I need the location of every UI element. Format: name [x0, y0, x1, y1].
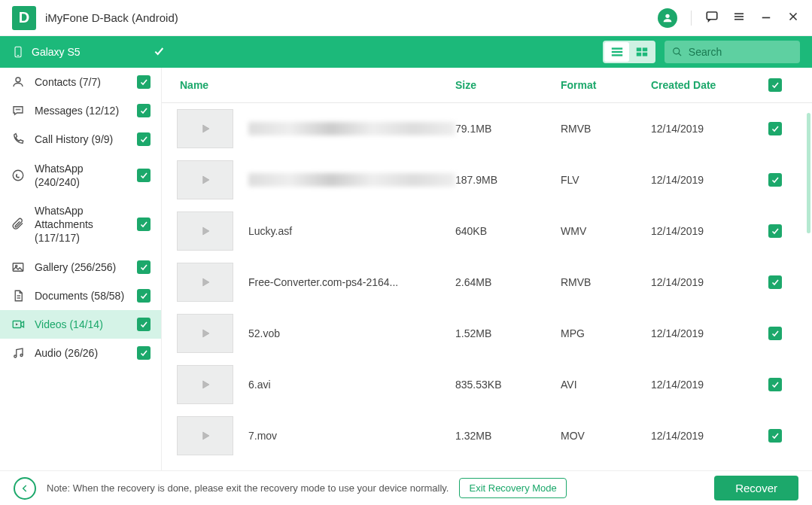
col-name[interactable]: Name — [177, 79, 455, 91]
sidebar-item-message[interactable]: Messages (12/12) — [0, 96, 161, 125]
svg-marker-30 — [16, 323, 18, 325]
file-format: WMV — [561, 225, 651, 237]
file-date: 12/14/2019 — [651, 276, 764, 288]
user-icon[interactable] — [658, 8, 677, 28]
checkbox[interactable] — [137, 218, 151, 231]
phone-icon — [12, 44, 24, 60]
row-checkbox[interactable] — [764, 275, 786, 289]
svg-point-22 — [20, 109, 20, 110]
checkbox[interactable] — [137, 75, 151, 89]
file-size: 1.52MB — [455, 327, 561, 339]
device-name: Galaxy S5 — [12, 44, 81, 60]
file-date: 12/14/2019 — [651, 174, 764, 186]
svg-marker-35 — [202, 227, 208, 235]
exit-recovery-button[interactable]: Exit Recovery Mode — [459, 478, 566, 498]
checkbox[interactable] — [137, 318, 151, 331]
svg-rect-12 — [611, 54, 622, 56]
table-row[interactable]: Lucky.asf 640KB WMV 12/14/2019 — [162, 205, 810, 257]
close-icon[interactable] — [786, 10, 800, 26]
gallery-icon — [11, 260, 26, 274]
video-thumbnail — [177, 416, 233, 455]
file-size: 835.53KB — [455, 379, 561, 391]
checkbox[interactable] — [137, 289, 151, 303]
message-icon — [11, 104, 26, 117]
checkbox[interactable] — [137, 346, 151, 360]
file-size: 1.32MB — [455, 430, 561, 442]
sidebar-item-label: Documents (58/58) — [35, 289, 128, 303]
scrollbar[interactable] — [807, 113, 810, 233]
checkbox[interactable] — [137, 132, 151, 146]
row-checkbox[interactable] — [764, 173, 786, 187]
file-name: 52.vob — [248, 327, 455, 339]
file-format: RMVB — [561, 276, 651, 288]
file-date: 12/14/2019 — [651, 123, 764, 135]
table-row[interactable]: ███████ 187.9MB FLV 12/14/2019 — [162, 154, 810, 205]
menu-icon[interactable] — [732, 10, 746, 26]
file-date: 12/14/2019 — [651, 225, 764, 237]
sidebar-item-whatsapp[interactable]: WhatsApp (240/240) — [0, 154, 161, 196]
svg-rect-14 — [642, 47, 646, 51]
search-box[interactable] — [665, 41, 800, 63]
recover-button[interactable]: Recover — [714, 476, 798, 500]
table-header: Name Size Format Created Date — [162, 68, 812, 103]
table-row[interactable]: 6.avi 835.53KB AVI 12/14/2019 — [162, 359, 810, 410]
file-name: ████████████ — [248, 122, 455, 135]
feedback-icon[interactable] — [705, 10, 719, 26]
view-grid-button[interactable] — [629, 42, 654, 62]
svg-marker-36 — [202, 278, 208, 286]
checkbox[interactable] — [137, 260, 151, 274]
row-checkbox[interactable] — [764, 224, 786, 238]
back-button[interactable] — [14, 477, 36, 500]
sidebar-item-label: Call History (9/9) — [35, 132, 128, 146]
checkbox[interactable] — [137, 169, 151, 182]
col-size[interactable]: Size — [455, 79, 561, 91]
row-checkbox[interactable] — [764, 122, 786, 135]
sidebar-item-phone[interactable]: Call History (9/9) — [0, 125, 161, 154]
file-name: ███████ — [248, 173, 455, 187]
sidebar-item-video[interactable]: Videos (14/14) — [0, 310, 161, 339]
svg-rect-15 — [636, 53, 640, 56]
col-format[interactable]: Format — [561, 79, 651, 91]
svg-point-20 — [16, 109, 17, 110]
sidebar-item-doc[interactable]: Documents (58/58) — [0, 281, 161, 310]
sidebar-item-audio[interactable]: Audio (26/26) — [0, 339, 161, 367]
sidebar-item-label: Gallery (256/256) — [35, 260, 128, 274]
row-checkbox[interactable] — [764, 429, 786, 443]
video-thumbnail — [177, 160, 233, 199]
sidebar-item-attach[interactable]: WhatsApp Attachments (117/117) — [0, 196, 161, 253]
sidebar-item-gallery[interactable]: Gallery (256/256) — [0, 253, 161, 281]
file-size: 187.9MB — [455, 174, 561, 186]
col-select-all[interactable] — [764, 78, 786, 92]
svg-point-19 — [16, 78, 20, 82]
file-name: 7.mov — [248, 430, 455, 442]
checkbox[interactable] — [137, 104, 151, 117]
device-bar: Galaxy S5 — [0, 36, 812, 68]
row-checkbox[interactable] — [764, 327, 786, 340]
svg-point-32 — [20, 354, 23, 357]
svg-marker-38 — [202, 381, 208, 388]
minimize-icon[interactable] — [759, 10, 773, 26]
app-title: iMyFone D-Back (Android) — [45, 11, 178, 24]
file-size: 2.64MB — [455, 276, 561, 288]
search-input[interactable] — [689, 46, 792, 58]
titlebar: D iMyFone D-Back (Android) — [0, 0, 812, 36]
row-checkbox[interactable] — [764, 378, 786, 391]
table-row[interactable]: ████████████ 79.1MB RMVB 12/14/2019 — [162, 103, 810, 154]
file-size: 640KB — [455, 225, 561, 237]
whatsapp-icon — [11, 169, 26, 182]
file-date: 12/14/2019 — [651, 379, 764, 391]
svg-marker-39 — [202, 432, 208, 440]
view-list-button[interactable] — [604, 42, 629, 62]
table-row[interactable]: Free-Converter.com-ps4-2164... 2.64MB RM… — [162, 257, 810, 308]
view-toggle[interactable] — [603, 41, 655, 63]
table-row[interactable]: 7.mov 1.32MB MOV 12/14/2019 — [162, 410, 810, 461]
col-date[interactable]: Created Date — [651, 79, 764, 91]
svg-point-23 — [13, 170, 23, 181]
sidebar-item-label: Contacts (7/7) — [35, 75, 128, 89]
sidebar-item-contact[interactable]: Contacts (7/7) — [0, 68, 161, 96]
sidebar: Contacts (7/7) Messages (12/12) Call His… — [0, 68, 162, 470]
sidebar-item-label: WhatsApp Attachments (117/117) — [35, 204, 128, 245]
contact-icon — [11, 75, 26, 89]
file-format: RMVB — [561, 123, 651, 135]
table-row[interactable]: 52.vob 1.52MB MPG 12/14/2019 — [162, 308, 810, 359]
